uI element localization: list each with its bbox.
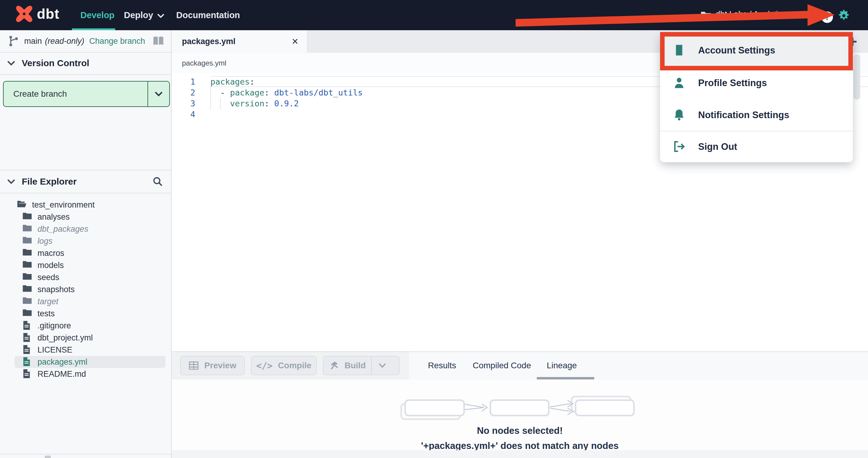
help-icon[interactable]: ?	[822, 11, 833, 23]
folder-icon	[22, 296, 33, 307]
lineage-panel: No nodes selected! '+packages.yml+' does…	[172, 380, 868, 458]
file-explorer-header[interactable]: File Explorer	[0, 170, 171, 193]
editor-scrollbar[interactable]	[854, 54, 860, 100]
branch-readonly-label: (read-only)	[45, 37, 85, 46]
tree-item-folder[interactable]: target	[14, 295, 166, 307]
breadcrumb-file: packages.yml	[182, 59, 226, 67]
tree-item-folder[interactable]: models	[14, 259, 166, 271]
divider	[0, 193, 171, 193]
project-breadcrumb[interactable]: dbt Labs / Analytics	[716, 10, 786, 19]
dbt-logo-icon	[16, 5, 33, 22]
compile-button[interactable]: </> Compile	[251, 356, 317, 375]
branch-name: main	[24, 37, 42, 46]
file-icon	[22, 333, 33, 343]
left-sidebar: main (read-only) Change branch Version C…	[0, 30, 172, 458]
nav-documentation[interactable]: Documentation	[176, 0, 240, 30]
lineage-scroll-strip	[172, 450, 868, 458]
tree-item-file[interactable]: dbt_project.yml	[14, 332, 166, 344]
project-folder-icon	[701, 11, 711, 20]
tree-item-folder[interactable]: macros	[14, 247, 166, 259]
create-branch-dropdown[interactable]	[148, 81, 169, 106]
table-icon	[189, 361, 199, 370]
version-control-title: Version Control	[22, 58, 89, 68]
scrollbar-nub[interactable]	[45, 456, 51, 458]
tree-item-root[interactable]: test_environment	[14, 199, 166, 211]
file-icon	[22, 357, 33, 367]
file-icon	[22, 369, 33, 379]
nav-deploy[interactable]: Deploy	[124, 0, 165, 30]
indent-guide	[210, 87, 211, 109]
search-icon[interactable]	[152, 176, 163, 187]
chevron-down-icon	[7, 178, 16, 185]
tree-item-file[interactable]: LICENSE	[14, 344, 166, 356]
hammer-icon	[330, 361, 339, 370]
lineage-node[interactable]	[575, 399, 635, 416]
menu-item-sign-out[interactable]: Sign Out	[660, 131, 853, 162]
tree-item-folder[interactable]: tests	[14, 307, 166, 320]
file-icon	[22, 345, 33, 355]
tree-item-folder[interactable]: analyses	[14, 211, 166, 223]
menu-item-notification-settings[interactable]: Notification Settings	[660, 99, 853, 131]
dbt-logo-text: dbt	[37, 6, 60, 22]
nav-develop[interactable]: Develop	[81, 0, 115, 30]
gear-icon[interactable]	[837, 9, 850, 22]
sign-out-icon	[673, 140, 686, 154]
tab-compiled-code[interactable]: Compiled Code	[473, 351, 531, 380]
docs-book-icon[interactable]	[152, 36, 164, 46]
dbt-cloud-ide: dbt Develop Deploy Documentation dbt Lab…	[0, 0, 868, 458]
divider	[0, 74, 171, 75]
dbt-logo[interactable]: dbt	[16, 5, 60, 22]
tab-packages-yml[interactable]: packages.yml ✕	[172, 30, 308, 53]
lineage-edges	[462, 398, 577, 419]
chevron-down-icon	[157, 13, 165, 19]
preview-button[interactable]: Preview	[180, 356, 245, 375]
folder-icon	[22, 308, 33, 319]
indent-guide	[220, 98, 221, 109]
change-branch-link[interactable]: Change branch	[89, 37, 145, 46]
chevron-down-icon	[7, 60, 16, 66]
create-branch-button[interactable]: Create branch	[3, 81, 170, 107]
tree-item-folder[interactable]: seeds	[14, 271, 166, 283]
tree-item-folder[interactable]: snapshots	[14, 283, 166, 295]
tree-item-file[interactable]: .gitignore	[14, 320, 166, 332]
folder-icon	[22, 248, 33, 258]
folder-icon	[22, 212, 33, 222]
git-branch-icon	[8, 35, 19, 47]
tree-item-file[interactable]: README.md	[14, 368, 166, 380]
folder-open-icon	[17, 200, 27, 210]
folder-icon	[22, 260, 33, 270]
branch-bar: main (read-only) Change branch	[0, 30, 171, 53]
lineage-message-secondary: '+packages.yml+' does not match any node…	[172, 440, 868, 451]
close-icon[interactable]: ✕	[292, 37, 299, 46]
lineage-node[interactable]	[404, 399, 465, 416]
folder-icon	[22, 236, 33, 246]
lineage-message-primary: No nodes selected!	[172, 425, 868, 436]
version-control-header[interactable]: Version Control	[0, 52, 171, 74]
bell-icon	[673, 108, 686, 122]
menu-item-profile-settings[interactable]: Profile Settings	[660, 67, 853, 99]
folder-icon	[22, 224, 33, 234]
annotation-highlight-box	[660, 32, 853, 70]
folder-icon	[22, 284, 33, 295]
tree-item-folder[interactable]: dbt_packages	[14, 223, 166, 235]
person-icon	[673, 76, 686, 90]
tab-lineage[interactable]: Lineage	[547, 351, 577, 380]
top-navbar: dbt Develop Deploy Documentation dbt Lab…	[0, 0, 868, 30]
build-button[interactable]: Build	[323, 356, 400, 375]
folder-icon	[22, 272, 33, 283]
file-icon	[22, 321, 33, 331]
tree-item-file-selected[interactable]: packages.yml	[14, 356, 166, 368]
divider	[0, 454, 171, 454]
tree-item-folder[interactable]: logs	[14, 235, 166, 247]
build-dropdown-chevron[interactable]	[371, 357, 393, 374]
code-icon: </>	[256, 360, 273, 371]
file-explorer-title: File Explorer	[22, 176, 77, 187]
file-tree: test_environment analyses dbt_packages l…	[0, 199, 171, 380]
lineage-active-underline	[537, 377, 594, 380]
tab-results[interactable]: Results	[428, 351, 456, 380]
